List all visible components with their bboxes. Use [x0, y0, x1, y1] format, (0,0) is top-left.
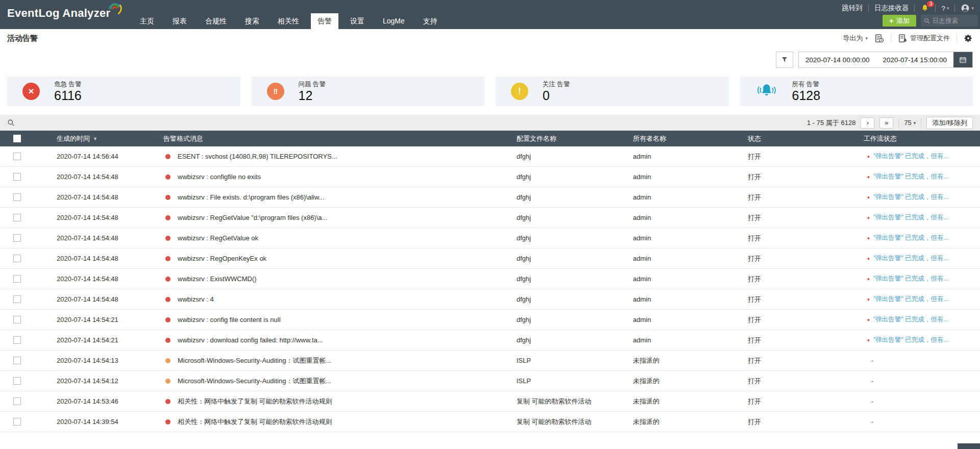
date-start-value[interactable]: 2020-07-14 00:00:00	[799, 56, 876, 64]
workflow-status-link[interactable]: "弹出告警" 已完成，但有...	[873, 254, 949, 263]
last-page-button[interactable]: »	[879, 117, 893, 129]
page-size-dropdown[interactable]: 75 ▾	[904, 119, 916, 127]
add-button[interactable]: + 添加	[883, 15, 916, 27]
cell-owner-name: 未指派的	[633, 397, 748, 406]
workflow-status-link[interactable]: "弹出告警" 已完成，但有...	[873, 336, 949, 344]
sort-desc-icon: ▼	[93, 136, 97, 141]
column-header-profile[interactable]: 配置文件名称	[517, 134, 633, 143]
cell-alert-message[interactable]: wwbizsrv : configfile no exits	[163, 173, 517, 181]
bottom-right-widget[interactable]	[958, 443, 980, 449]
workflow-status-link[interactable]: "弹出告警" 已完成，但有...	[873, 213, 949, 222]
workflow-status-link[interactable]: "弹出告警" 已完成，但有...	[873, 295, 949, 304]
card-attention-alerts[interactable]: ! 关注 告警 0	[496, 77, 729, 106]
chevron-down-icon: ▾	[947, 6, 949, 11]
nav-tab-5[interactable]: 相关性	[271, 13, 306, 29]
log-receiver-link[interactable]: 日志接收器	[874, 4, 909, 13]
row-select-checkbox[interactable]	[13, 316, 21, 323]
cell-profile-name: ISLP	[517, 357, 633, 364]
cell-alert-message[interactable]: ESENT : svchost (14080,R,98) TILEREPOSIT…	[163, 153, 517, 160]
cell-alert-message[interactable]: wwbizsrv : download config failed: http:…	[163, 336, 517, 344]
date-range-picker[interactable]: 2020-07-14 00:00:00 2020-07-14 15:00:00	[798, 52, 973, 68]
manage-profiles-button[interactable]: 管理配置文件	[898, 34, 950, 43]
cell-alert-message[interactable]: 相关性：网络中触发了复制 可能的勒索软件活动规则	[163, 397, 517, 406]
plus-icon: +	[889, 17, 894, 24]
row-select-checkbox[interactable]	[13, 153, 21, 160]
cell-alert-message[interactable]: wwbizsrv : RegGetValue "d:\program files…	[163, 214, 517, 221]
row-select-checkbox[interactable]	[13, 255, 21, 262]
calendar-button[interactable]	[953, 52, 972, 67]
cell-alert-message[interactable]: Microsoft-Windows-Security-Auditing：试图重置…	[163, 377, 517, 386]
column-header-owner[interactable]: 所有者名称	[633, 134, 748, 143]
cell-status: 打开	[748, 152, 864, 161]
cell-alert-message[interactable]: wwbizsrv : RegGetValue ok	[163, 234, 517, 242]
column-header-status[interactable]: 状态	[748, 134, 864, 143]
export-as-dropdown[interactable]: 导出为 ▾	[843, 34, 868, 43]
filter-button[interactable]	[776, 52, 793, 68]
nav-tab-3[interactable]: 合规性	[199, 13, 233, 29]
nav-tab-2[interactable]: 报表	[166, 13, 193, 29]
cell-alert-message[interactable]: 相关性：网络中触发了复制 可能的勒索软件活动规则	[163, 417, 517, 427]
export-as-label: 导出为	[843, 34, 863, 43]
cell-workflow-status: •"弹出告警" 已完成，但有...	[864, 152, 980, 161]
row-select-checkbox[interactable]	[13, 377, 21, 385]
row-select-checkbox[interactable]	[13, 295, 21, 303]
row-checkbox-cell	[0, 377, 57, 385]
cell-alert-message[interactable]: wwbizsrv : ExistWWCMD()	[163, 275, 517, 283]
card-label: 危急 告警	[54, 81, 82, 88]
workflow-status-link[interactable]: "弹出告警" 已完成，但有...	[873, 193, 949, 202]
app-logo-text: EventLog Analyzer	[7, 7, 110, 20]
nav-tab-9[interactable]: 支持	[416, 13, 444, 29]
add-remove-columns-button[interactable]: 添加/移除列	[926, 117, 973, 129]
workflow-status-link[interactable]: "弹出告警" 已完成，但有...	[873, 152, 949, 161]
card-critical-alerts[interactable]: × 危急 告警 6116	[7, 77, 240, 106]
column-header-message[interactable]: 告警格式消息	[163, 134, 517, 143]
row-select-checkbox[interactable]	[13, 173, 21, 181]
nav-tab-8[interactable]: LogMe	[376, 13, 411, 29]
log-search-box[interactable]	[921, 15, 978, 27]
cell-alert-message[interactable]: Microsoft-Windows-Security-Auditing：试图重置…	[163, 356, 517, 365]
scheduled-report-icon[interactable]	[874, 34, 884, 43]
filter-bar: 2020-07-14 00:00:00 2020-07-14 15:00:00	[0, 47, 980, 72]
app-logo[interactable]: EventLog Analyzer	[7, 7, 124, 20]
cell-workflow-status: •"弹出告警" 已完成，但有...	[864, 193, 980, 202]
workflow-status-link[interactable]: "弹出告警" 已完成，但有...	[873, 234, 949, 242]
table-search-icon[interactable]	[7, 119, 15, 127]
nav-tab-1[interactable]: 主页	[133, 13, 161, 29]
column-header-time[interactable]: 生成的时间 ▼	[57, 134, 163, 143]
jump-to-link[interactable]: 跳转到	[842, 4, 863, 13]
card-trouble-alerts[interactable]: !! 问题 告警 12	[252, 77, 485, 106]
card-all-alerts[interactable]: 所有 告警 6128	[740, 77, 973, 106]
row-select-checkbox[interactable]	[13, 397, 21, 405]
row-select-checkbox[interactable]	[13, 357, 21, 364]
cell-alert-message[interactable]: wwbizsrv : RegOpenKeyEx ok	[163, 255, 517, 262]
cell-generated-time: 2020-07-14 14:54:48	[57, 275, 163, 283]
row-select-checkbox[interactable]	[13, 418, 21, 426]
row-select-checkbox[interactable]	[13, 193, 21, 201]
list-toolbar: 1 - 75 属于 6128 › » 75 ▾ 添加/移除列	[0, 115, 980, 131]
cell-alert-message[interactable]: wwbizsrv : 4	[163, 295, 517, 303]
nav-tab-4[interactable]: 搜索	[238, 13, 266, 29]
help-menu-button[interactable]: ? ▾	[941, 5, 949, 12]
select-all-checkbox[interactable]	[13, 135, 21, 142]
log-search-input[interactable]	[933, 17, 972, 24]
workflow-status-link[interactable]: "弹出告警" 已完成，但有...	[873, 315, 949, 324]
notifications-button[interactable]: 3	[920, 4, 929, 13]
date-end-value[interactable]: 2020-07-14 15:00:00	[876, 56, 954, 64]
row-select-checkbox[interactable]	[13, 234, 21, 242]
row-select-checkbox[interactable]	[13, 275, 21, 283]
page-header-actions: 导出为 ▾ 管理配置文件	[843, 34, 973, 43]
cell-alert-message[interactable]: wwbizsrv : File exists. d:\program files…	[163, 193, 517, 201]
nav-tab-6[interactable]: 告警	[311, 13, 338, 29]
workflow-status-link[interactable]: "弹出告警" 已完成，但有...	[873, 275, 949, 283]
nav-tab-7[interactable]: 设置	[344, 13, 371, 29]
row-select-checkbox[interactable]	[13, 214, 21, 221]
settings-gear-icon[interactable]	[964, 34, 973, 43]
row-select-checkbox[interactable]	[13, 336, 21, 344]
column-header-workflow[interactable]: 工作流状态	[864, 134, 980, 143]
next-page-button[interactable]: ›	[861, 117, 874, 129]
user-menu-button[interactable]: ▾	[961, 4, 974, 13]
table-row: 2020-07-14 14:54:48wwbizsrv : RegOpenKey…	[0, 248, 980, 269]
cell-alert-message[interactable]: wwbizsrv : config file content is null	[163, 316, 517, 323]
cell-owner-name: 未指派的	[633, 356, 748, 365]
workflow-status-link[interactable]: "弹出告警" 已完成，但有...	[873, 172, 949, 181]
